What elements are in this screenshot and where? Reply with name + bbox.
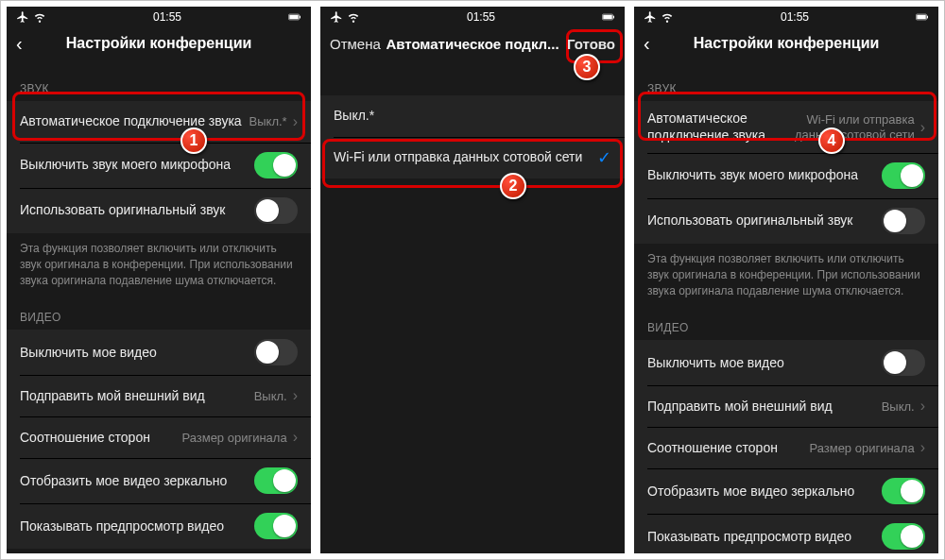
section-header-video: ВИДЕО	[634, 302, 938, 340]
row-orig-audio[interactable]: Использовать оригинальный звук	[634, 198, 938, 244]
row-mirror[interactable]: Отобразить мое видео зеркально	[634, 468, 938, 514]
toggle-mirror[interactable]	[254, 467, 298, 494]
airplane-icon	[16, 10, 29, 24]
row-touchup[interactable]: Подправить мой внешний вид Выкл. ›	[634, 385, 938, 427]
toggle-mute-mic[interactable]	[254, 152, 298, 178]
status-bar: 01:55	[634, 7, 938, 25]
status-bar: 01:55	[320, 7, 625, 25]
row-mute-video[interactable]: Выключить мое видео	[7, 330, 311, 375]
toggle-preview[interactable]	[882, 523, 925, 550]
badge-4: 4	[818, 127, 845, 154]
svg-rect-2	[300, 16, 301, 19]
wifi-icon	[661, 10, 674, 24]
row-orig-audio[interactable]: Использовать оригинальный звук	[7, 188, 311, 233]
battery-icon	[288, 10, 301, 24]
battery-icon	[916, 10, 929, 24]
toggle-preview[interactable]	[254, 513, 298, 539]
section-header-general: ОБЩИЕ	[7, 549, 311, 553]
row-value: Выкл.*	[249, 114, 287, 129]
row-mirror[interactable]: Отобразить мое видео зеркально	[7, 458, 311, 503]
airplane-icon	[330, 10, 343, 24]
back-button[interactable]: ‹	[16, 33, 35, 55]
row-auto-audio[interactable]: Автоматическое подключение звука Wi-Fi и…	[634, 101, 938, 153]
nav-bar: ‹ Настройки конференции	[634, 25, 938, 63]
section-header-video: ВИДЕО	[7, 292, 311, 330]
screen-3: 01:55 ‹ Настройки конференции ЗВУК Автом…	[634, 7, 938, 553]
battery-icon	[602, 10, 615, 24]
chevron-right-icon: ›	[920, 399, 925, 414]
row-mute-mic[interactable]: Выключить звук моего микрофона	[7, 143, 311, 188]
chevron-right-icon: ›	[293, 430, 298, 445]
option-wifi-cellular[interactable]: Wi-Fi или отправка данных сотовой сети ✓	[320, 137, 625, 178]
option-off[interactable]: Выкл.*	[320, 95, 625, 137]
footnote-orig-audio: Эта функция позволяет включить или отклю…	[634, 244, 938, 302]
status-time: 01:55	[781, 10, 809, 24]
chevron-right-icon: ›	[920, 440, 925, 455]
footnote-orig-audio: Эта функция позволяет включить или отклю…	[7, 233, 311, 292]
screen-2: 01:55 Отмена Автоматическое подкл... Гот…	[320, 7, 625, 553]
check-icon: ✓	[597, 147, 611, 168]
nav-bar: ‹ Настройки конференции	[7, 25, 311, 63]
svg-rect-8	[927, 16, 928, 19]
status-time: 01:55	[467, 10, 495, 24]
badge-3: 3	[574, 54, 600, 80]
chevron-right-icon: ›	[293, 114, 298, 129]
toggle-orig-audio[interactable]	[254, 197, 298, 224]
toggle-mute-mic[interactable]	[882, 162, 925, 189]
row-mute-mic[interactable]: Выключить звук моего микрофона	[634, 153, 938, 198]
svg-rect-1	[289, 15, 299, 20]
toggle-mirror[interactable]	[882, 478, 925, 504]
badge-2: 2	[500, 173, 526, 199]
wifi-icon	[33, 10, 46, 24]
row-mute-video[interactable]: Выключить мое видео	[634, 340, 938, 385]
row-touchup[interactable]: Подправить мой внешний вид Выкл. ›	[7, 375, 311, 416]
row-label: Выключить звук моего микрофона	[20, 157, 254, 174]
status-bar: 01:55	[7, 7, 311, 25]
status-time: 01:55	[153, 10, 181, 24]
svg-rect-5	[613, 16, 614, 19]
row-preview[interactable]: Показывать предпросмотр видео	[7, 503, 311, 549]
svg-rect-7	[917, 15, 926, 20]
chevron-right-icon: ›	[293, 388, 298, 403]
badge-1: 1	[180, 127, 207, 154]
section-header-audio: ЗВУК	[634, 63, 938, 101]
row-aspect[interactable]: Соотношение сторон Размер оригинала ›	[7, 416, 311, 458]
done-button[interactable]: Готово	[567, 36, 615, 52]
cancel-button[interactable]: Отмена	[330, 36, 381, 52]
airplane-icon	[644, 10, 657, 24]
toggle-mute-video[interactable]	[882, 349, 925, 376]
row-aspect[interactable]: Соотношение сторон Размер оригинала ›	[634, 427, 938, 468]
nav-title: Настройки конференции	[634, 35, 938, 52]
screen-1: 01:55 ‹ Настройки конференции ЗВУК Автом…	[7, 7, 311, 553]
chevron-right-icon: ›	[920, 120, 925, 135]
row-preview[interactable]: Показывать предпросмотр видео	[634, 514, 938, 553]
nav-title: Настройки конференции	[7, 35, 311, 52]
back-button[interactable]: ‹	[644, 33, 662, 55]
toggle-orig-audio[interactable]	[882, 208, 925, 234]
row-label: Автоматическое подключение звука	[20, 113, 249, 130]
svg-rect-4	[603, 15, 612, 20]
toggle-mute-video[interactable]	[254, 339, 298, 365]
section-header-audio: ЗВУК	[7, 63, 311, 101]
row-label: Использовать оригинальный звук	[20, 202, 254, 219]
row-auto-audio[interactable]: Автоматическое подключение звука Выкл.* …	[7, 101, 311, 143]
wifi-icon	[347, 10, 360, 24]
